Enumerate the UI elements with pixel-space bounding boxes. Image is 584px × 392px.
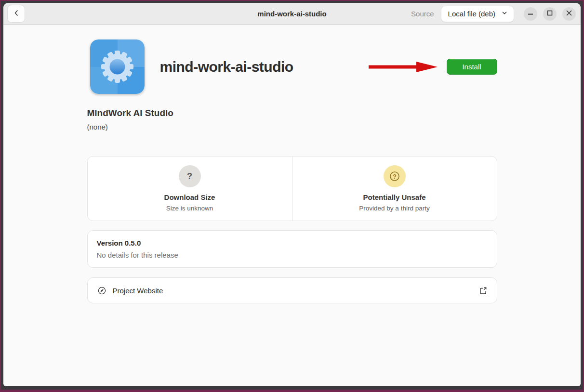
- maximize-icon: [543, 6, 557, 22]
- app-display-name: MindWork AI Studio: [87, 108, 497, 118]
- install-button[interactable]: Install: [447, 59, 497, 75]
- version-title: Version 0.5.0: [97, 239, 488, 247]
- tile-title: Potentially Unsafe: [363, 193, 425, 201]
- app-header: mind-work-ai-studio Install: [87, 39, 497, 94]
- minimize-icon: [524, 6, 537, 22]
- app-developer: (none): [87, 123, 497, 131]
- version-subtitle: No details for this release: [97, 251, 488, 259]
- download-size-tile[interactable]: ? Download Size Size is unknown: [88, 157, 292, 221]
- headerbar-right: Source Local file (deb): [411, 3, 576, 25]
- chevron-left-icon: [13, 9, 20, 19]
- tile-subtitle: Size is unknown: [166, 205, 213, 212]
- source-dropdown[interactable]: Local file (deb): [441, 6, 514, 22]
- svg-text:?: ?: [393, 173, 396, 180]
- software-app-window: mind-work-ai-studio Source Local file (d…: [3, 3, 581, 386]
- website-label: Project Website: [113, 287, 163, 295]
- close-button[interactable]: [562, 7, 576, 21]
- app-details-view: mind-work-ai-studio Install MindWork AI …: [3, 25, 581, 386]
- tile-subtitle: Provided by a third party: [359, 205, 429, 212]
- window-title: mind-work-ai-studio: [257, 10, 326, 18]
- tile-title: Download Size: [164, 193, 215, 201]
- version-card[interactable]: Version 0.5.0 No details for this releas…: [87, 230, 497, 268]
- minimize-button[interactable]: [524, 7, 537, 21]
- source-label: Source: [411, 10, 434, 18]
- window-controls: [524, 7, 576, 21]
- maximize-button[interactable]: [543, 7, 557, 21]
- external-link-icon[interactable]: [479, 287, 487, 295]
- headerbar: mind-work-ai-studio Source Local file (d…: [3, 3, 581, 25]
- unsafe-question-icon: ?: [384, 165, 406, 187]
- safety-tile[interactable]: ? Potentially Unsafe Provided by a third…: [292, 157, 497, 221]
- back-button[interactable]: [7, 5, 25, 23]
- compass-icon: [97, 286, 106, 295]
- question-mark-icon: ?: [179, 165, 201, 187]
- close-icon: [562, 6, 576, 22]
- annotation-arrow-icon: [367, 56, 439, 78]
- source-dropdown-value: Local file (deb): [448, 10, 495, 18]
- context-tiles: ? Download Size Size is unknown ? Potent…: [87, 156, 497, 221]
- chevron-down-icon: [501, 10, 508, 18]
- desktop: { "header": { "title": "mind-work-ai-stu…: [0, 0, 584, 392]
- project-website-row[interactable]: Project Website: [87, 277, 497, 303]
- app-icon: [90, 39, 145, 94]
- app-name-title: mind-work-ai-studio: [160, 59, 293, 75]
